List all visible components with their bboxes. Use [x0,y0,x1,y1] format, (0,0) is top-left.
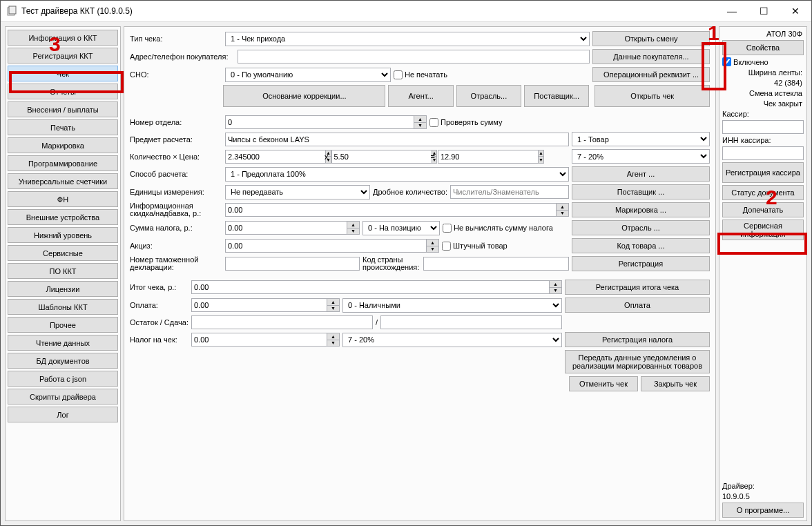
nav-scripts[interactable]: Скрипты драйвера [8,389,118,405]
payment-spinner[interactable]: ▲▼ [327,298,340,312]
sno-select[interactable]: 0 - По умолчанию [225,68,391,82]
agent-button[interactable]: Агент... [388,85,453,107]
cancel-check-button[interactable]: Отменить чек [569,376,638,391]
taxpos-select[interactable]: 0 - На позицию [362,221,440,235]
dept-input[interactable] [225,115,414,129]
nav-inout[interactable]: Внесения / выплаты [8,101,118,117]
sum-spinner[interactable]: ▲▼ [539,150,544,164]
supplier2-button[interactable]: Поставщик ... [572,184,710,199]
nav-tpl[interactable]: Шаблоны ККТ [8,299,118,315]
service-info-button[interactable]: Сервисная информация [722,220,804,240]
excise-input[interactable] [225,239,427,253]
reg-tax-button[interactable]: Регистрация налога [565,332,710,347]
customs-input[interactable] [225,257,360,271]
pay-button[interactable]: Оплата [565,298,710,313]
label-units: Единицы измерения: [130,188,222,196]
correction-basis-button[interactable]: Основание коррекции... [223,85,385,107]
infodisc-spinner[interactable]: ▲▼ [557,203,569,217]
fraction-input[interactable] [450,185,569,199]
open-check-button[interactable]: Открыть чек [594,85,710,107]
label-subject: Предмет расчета: [130,135,222,144]
nav-ext[interactable]: Внешние устройства [8,209,118,225]
label-sno: СНО: [130,70,222,79]
piece-checkbox[interactable]: Штучный товар [442,242,508,251]
marking-button[interactable]: Маркировка ... [572,202,710,217]
nav-marking[interactable]: Маркировка [8,137,118,153]
excise-spinner[interactable]: ▲▼ [427,239,439,253]
nav-reg[interactable]: Регистрация ККТ [8,48,118,64]
method-select[interactable]: 1 - Предоплата 100% [225,167,569,182]
notify-button[interactable]: Передать данные уведомления о реализации… [565,350,710,373]
properties-button[interactable]: Свойства [722,40,804,55]
cashier-inn-label: ИНН кассира: [722,136,804,144]
open-shift-button[interactable]: Открыть смену [592,31,710,46]
reprint-button[interactable]: Допечатать [722,202,804,217]
oper-req-button[interactable]: Операционный реквизит ... [592,67,710,82]
total-input[interactable] [191,280,550,294]
minimize-button[interactable]: — [716,1,748,21]
nav-service[interactable]: Сервисные [8,245,118,261]
industry2-button[interactable]: Отрасль ... [572,220,710,235]
label-dept: Номер отдела: [130,118,222,126]
close-window-button[interactable]: ✕ [780,1,811,21]
nav-log[interactable]: Лог [8,407,118,422]
payment-input[interactable] [191,298,327,312]
nav-db[interactable]: БД документов [8,353,118,369]
nav-fn[interactable]: ФН [8,191,118,207]
taxsum-spinner[interactable]: ▲▼ [347,221,360,235]
enabled-checkbox[interactable]: Включено [722,57,804,66]
nav-check[interactable]: Чек [8,66,118,81]
sum-input[interactable] [438,150,539,164]
cashier-input[interactable] [722,120,804,134]
taxcheck-rate-select[interactable]: 7 - 20% [342,333,562,347]
nav-low[interactable]: Нижний уровень [8,227,118,243]
nav-reports[interactable]: Отчеты [8,84,118,99]
code-button[interactable]: Код товара ... [572,238,710,253]
reg-total-button[interactable]: Регистрация итога чека [565,280,710,295]
doc-status-button[interactable]: Статус документа [722,185,804,200]
agent2-button[interactable]: Агент ... [572,166,710,182]
about-button[interactable]: О программе... [722,503,804,518]
tax-select[interactable]: 7 - 20% [572,149,710,164]
maximize-button[interactable]: ☐ [748,1,780,21]
total-spinner[interactable]: ▲▼ [550,280,562,294]
nav-lic[interactable]: Лицензии [8,281,118,297]
supplier-button[interactable]: Поставщик... [524,85,589,107]
taxsum-input[interactable] [225,221,347,235]
reg-cashier-button[interactable]: Регистрация кассира [722,162,804,183]
right-panel: АТОЛ 30Ф Свойства Включено Ширина ленты:… [719,26,807,521]
industry-button[interactable]: Отрасль... [456,85,521,107]
registration-button[interactable]: Регистрация [572,256,710,271]
cashier-inn-input[interactable] [722,146,804,160]
nav-prog[interactable]: Программирование [8,155,118,171]
nav-print[interactable]: Печать [8,119,118,135]
nav-other[interactable]: Прочее [8,317,118,333]
label-type: Тип чека: [130,35,222,43]
paytype-select[interactable]: 0 - Наличными [342,298,562,313]
qty-input[interactable] [225,150,326,164]
check-type-select[interactable]: 1 - Чек прихода [225,32,590,46]
taxcheck-input[interactable] [191,333,327,347]
remain-input[interactable] [191,315,373,329]
subject-type-select[interactable]: 1 - Товар [572,132,710,146]
nav-read[interactable]: Чтение данных [8,335,118,351]
nav-counters[interactable]: Универсальные счетчики [8,173,118,189]
taxcheck-spinner[interactable]: ▲▼ [327,333,340,347]
country-input[interactable] [423,257,569,271]
change-input[interactable] [380,315,562,329]
nav-po[interactable]: ПО ККТ [8,263,118,279]
dept-spinner[interactable]: ▲▼ [414,115,427,129]
units-select[interactable]: Не передавать [225,185,370,199]
close-check-button[interactable]: Закрыть чек [641,376,710,391]
titlebar: Тест драйвера ККТ (10.9.0.5) — ☐ ✕ [1,1,811,22]
nav-json[interactable]: Работа с json [8,371,118,387]
subject-input[interactable] [225,133,569,146]
notax-checkbox[interactable]: Не вычислять сумму налога [443,224,553,233]
check-sum-checkbox[interactable]: Проверять сумму [429,118,502,127]
nav-info[interactable]: Информация о ККТ [8,30,118,46]
buyer-data-button[interactable]: Данные покупателя... [592,49,710,64]
price-input[interactable] [331,150,432,164]
no-print-checkbox[interactable]: Не печатать [394,70,447,79]
buyer-address-input[interactable] [238,50,590,64]
infodisc-input[interactable] [225,203,557,217]
